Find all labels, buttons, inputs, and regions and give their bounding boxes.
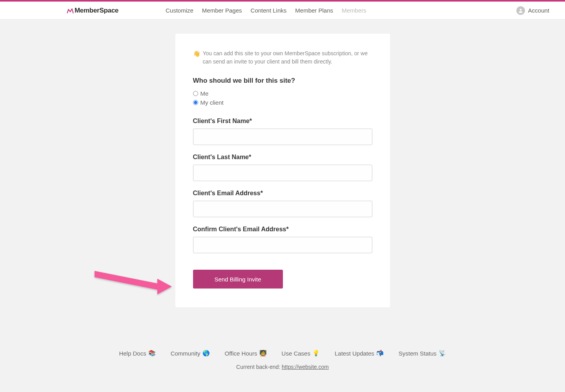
nav-member-plans[interactable]: Member Plans xyxy=(295,7,333,14)
radio-client-label: My client xyxy=(200,99,224,106)
send-billing-invite-button[interactable]: Send Billing Invite xyxy=(193,270,283,289)
nav-member-pages[interactable]: Member Pages xyxy=(202,7,242,14)
bulb-icon: 💡 xyxy=(312,350,320,357)
footer-use-cases[interactable]: Use Cases 💡 xyxy=(282,350,320,357)
billing-radio-group: Me My client xyxy=(193,90,372,106)
wave-icon: 👋 xyxy=(193,49,200,58)
footer-office-hours[interactable]: Office Hours 🧑‍🏫 xyxy=(225,350,267,357)
brand-logo[interactable]: MemberSpace xyxy=(67,7,118,15)
footer-system-status[interactable]: System Status 📡 xyxy=(399,350,446,357)
nav-customize[interactable]: Customize xyxy=(166,7,193,14)
header: MemberSpace Customize Member Pages Conte… xyxy=(0,2,565,20)
label-last-name: Client's Last Name* xyxy=(193,154,372,161)
radio-client[interactable] xyxy=(193,100,198,105)
first-name-input[interactable] xyxy=(193,129,372,145)
backend-prefix: Current back-end: xyxy=(236,364,282,370)
billing-question: Who should we bill for this site? xyxy=(193,77,372,85)
intro-section: 👋 You can add this site to your own Memb… xyxy=(193,49,372,66)
globe-icon: 🌎 xyxy=(202,350,210,357)
form-group-email: Client's Email Address* xyxy=(193,190,372,217)
confirm-email-input[interactable] xyxy=(193,237,372,253)
account-label: Account xyxy=(528,7,549,14)
logo-text: MemberSpace xyxy=(75,7,118,15)
footer-link-label: Help Docs xyxy=(119,350,146,357)
footer-link-label: Office Hours xyxy=(225,350,257,357)
form-group-confirm-email: Confirm Client's Email Address* xyxy=(193,226,372,253)
account-menu[interactable]: Account xyxy=(516,6,549,15)
main-content: 👋 You can add this site to your own Memb… xyxy=(0,20,565,307)
footer-community[interactable]: Community 🌎 xyxy=(171,350,210,357)
teacher-icon: 🧑‍🏫 xyxy=(259,350,267,357)
nav-members[interactable]: Members xyxy=(342,7,366,14)
radio-me-label: Me xyxy=(200,90,209,97)
svg-point-0 xyxy=(519,9,521,11)
radio-option-me[interactable]: Me xyxy=(193,90,372,97)
label-email: Client's Email Address* xyxy=(193,190,372,197)
radio-option-client[interactable]: My client xyxy=(193,99,372,106)
footer-link-label: Latest Updates xyxy=(335,350,374,357)
footer-link-label: Community xyxy=(171,350,200,357)
footer-help-docs[interactable]: Help Docs 📚 xyxy=(119,350,155,357)
main-nav: Customize Member Pages Content Links Mem… xyxy=(166,7,516,14)
footer-links: Help Docs 📚 Community 🌎 Office Hours 🧑‍🏫… xyxy=(0,350,565,357)
radio-me[interactable] xyxy=(193,91,198,96)
nav-content-links[interactable]: Content Links xyxy=(251,7,287,14)
logo-icon xyxy=(67,7,74,14)
email-input[interactable] xyxy=(193,201,372,217)
avatar-icon xyxy=(516,6,525,15)
footer-latest-updates[interactable]: Latest Updates 📬 xyxy=(335,350,384,357)
last-name-input[interactable] xyxy=(193,165,372,181)
intro-text: You can add this site to your own Member… xyxy=(203,49,372,66)
form-group-last-name: Client's Last Name* xyxy=(193,154,372,181)
form-group-first-name: Client's First Name* xyxy=(193,118,372,145)
satellite-icon: 📡 xyxy=(439,350,446,357)
footer-link-label: System Status xyxy=(399,350,437,357)
billing-form-card: 👋 You can add this site to your own Memb… xyxy=(175,34,390,307)
label-confirm-email: Confirm Client's Email Address* xyxy=(193,226,372,233)
backend-link[interactable]: https://website.com xyxy=(282,364,329,370)
mailbox-icon: 📬 xyxy=(376,350,384,357)
label-first-name: Client's First Name* xyxy=(193,118,372,125)
books-icon: 📚 xyxy=(148,350,156,357)
backend-info: Current back-end: https://website.com xyxy=(0,364,565,370)
footer-link-label: Use Cases xyxy=(282,350,310,357)
